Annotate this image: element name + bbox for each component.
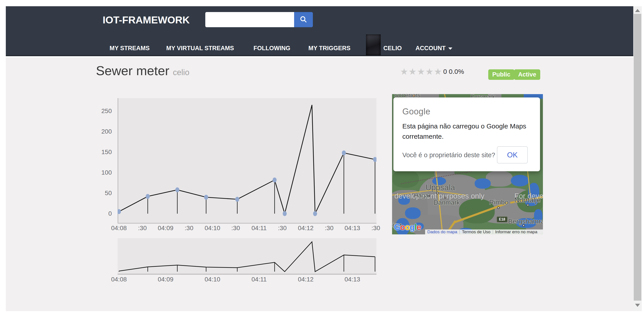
main-chart[interactable] [118, 98, 376, 224]
axis-tick-label: 200 [94, 128, 112, 136]
nav-following[interactable]: FOLLOWING [254, 44, 290, 53]
report-error-link[interactable]: Informar erro no mapa [493, 230, 540, 234]
nav-user[interactable]: CELIO [383, 44, 402, 53]
avatar[interactable] [366, 34, 381, 55]
nav-my-triggers[interactable]: MY TRIGGERS [308, 44, 350, 53]
map-road-badge-e18: E18 [497, 217, 508, 222]
axis-tick-label: 04:13 [341, 276, 364, 284]
vertical-scrollbar[interactable] [633, 6, 642, 311]
map-label-rimbo: Rimbo [489, 199, 508, 206]
scroll-up-arrow-icon[interactable] [635, 9, 640, 12]
maps-error-dialog: Google Esta página não carregou o Google… [394, 97, 540, 171]
axis-tick-label: 04:13 [341, 224, 364, 232]
logo-letter: g [410, 223, 414, 232]
axis-tick-label: 04:08 [108, 224, 130, 232]
plot-x-axis-line [118, 274, 376, 275]
badge-active: Active [514, 69, 540, 80]
axis-tick-label: 04:11 [248, 276, 270, 284]
axis-tick-label: 04:09 [154, 224, 177, 232]
map-town-dot [428, 195, 430, 197]
axis-tick-label: 04:11 [248, 224, 270, 232]
axis-tick-label: 150 [94, 148, 112, 156]
axis-tick-label: 100 [94, 169, 112, 177]
map-water-patch [475, 178, 491, 189]
stream-owner: celio [173, 68, 190, 77]
map-data-link[interactable]: Dados do mapa [425, 230, 460, 234]
stream-name: Sewer meter [96, 63, 169, 78]
page: IOT-FRAMEWORK MY STREAMS MY VIRTUAL STRE… [0, 0, 644, 316]
map-attribution-bar: Dados do mapa Termos de Uso Informar err… [425, 230, 543, 234]
axis-tick-label: :30 [131, 224, 154, 232]
data-point-marker[interactable] [204, 195, 208, 200]
data-point-marker[interactable] [235, 197, 239, 202]
plot-background [118, 238, 376, 275]
logo-letter: o [400, 223, 405, 232]
axis-tick-label: :30 [271, 224, 294, 232]
map-label-danmark: Danmark [434, 199, 460, 206]
data-point-marker[interactable] [273, 178, 277, 182]
scrollbar-thumb[interactable] [634, 14, 641, 301]
map-forest-patch [392, 170, 419, 188]
data-point-marker[interactable] [313, 211, 317, 216]
data-point-marker[interactable] [146, 194, 150, 199]
axis-tick-label: 04:09 [154, 276, 177, 284]
nav-my-virtual-streams[interactable]: MY VIRTUAL STREAMS [166, 44, 234, 53]
plot-x-axis-line [118, 223, 376, 224]
dialog-message: Esta página não carregou o Google Maps c… [402, 121, 532, 142]
axis-tick-label: 50 [94, 189, 112, 197]
axis-tick-label: 04:08 [108, 276, 130, 284]
data-point-marker[interactable] [176, 187, 180, 192]
nav-account-dropdown[interactable]: ACCOUNT [416, 44, 452, 53]
rating-score: 0 0.0% [443, 68, 464, 75]
badge-public: Public [488, 69, 514, 80]
map-town-dot [522, 224, 525, 227]
axis-tick-label: 04:10 [201, 224, 224, 232]
nav-account-label: ACCOUNT [416, 45, 446, 51]
data-point-marker[interactable] [342, 151, 346, 155]
overview-chart[interactable] [118, 238, 376, 275]
chevron-down-icon [448, 47, 452, 50]
dialog-question: Você é o proprietário deste site? [402, 151, 495, 159]
axis-tick-label: 0 [94, 210, 112, 218]
google-maps-logo[interactable]: Google [394, 223, 421, 232]
logo-letter: l [414, 223, 416, 232]
map-town-dot [436, 192, 439, 194]
search-icon [300, 15, 307, 24]
axis-tick-label: :30 [224, 224, 247, 232]
map-label-uppsala: Uppsala [426, 183, 455, 192]
google-map[interactable]: r development purposes only For developm… [392, 94, 543, 234]
plot-left-border [118, 98, 118, 224]
star-rating[interactable]: ★★★★★ 0 0.0% [400, 66, 464, 77]
star-icons: ★★★★★ [400, 66, 442, 77]
page-title: Sewer metercelio [96, 63, 190, 78]
logo-letter: o [405, 223, 410, 232]
search-button[interactable] [294, 12, 313, 27]
logo-letter: G [394, 223, 400, 232]
plot-background [118, 98, 376, 224]
axis-tick-label: :30 [318, 224, 340, 232]
ok-button[interactable]: OK [497, 146, 528, 163]
map-water-patch [511, 175, 529, 186]
data-point-marker[interactable] [283, 211, 287, 216]
main-content: Sewer metercelio ★★★★★ 0 0.0% Public Act… [6, 57, 633, 311]
axis-tick-label: 04:12 [294, 276, 317, 284]
axis-tick-label: 04:10 [201, 276, 224, 284]
map-water-patch [405, 207, 421, 219]
map-label-norrtalje: Norrtälje [514, 196, 540, 204]
axis-tick-label: 250 [94, 107, 112, 115]
nav-my-streams[interactable]: MY STREAMS [110, 44, 150, 53]
axis-tick-label: :30 [364, 224, 387, 232]
search-input[interactable] [205, 12, 294, 27]
map-label-haga: Håga [414, 192, 428, 199]
brand-logo[interactable]: IOT-FRAMEWORK [103, 14, 190, 26]
map-town-dot [444, 197, 446, 199]
terms-link[interactable]: Termos de Uso [460, 230, 493, 234]
axis-tick-label: :30 [178, 224, 200, 232]
google-logo-text: Google [402, 107, 430, 116]
map-label-bergshamra: Bergshamra [508, 218, 543, 225]
logo-letter: e [416, 223, 421, 232]
scroll-down-arrow-icon[interactable] [635, 304, 640, 307]
search-form [205, 12, 313, 27]
map-town-dot [527, 204, 529, 206]
map-town-dot [497, 207, 500, 209]
